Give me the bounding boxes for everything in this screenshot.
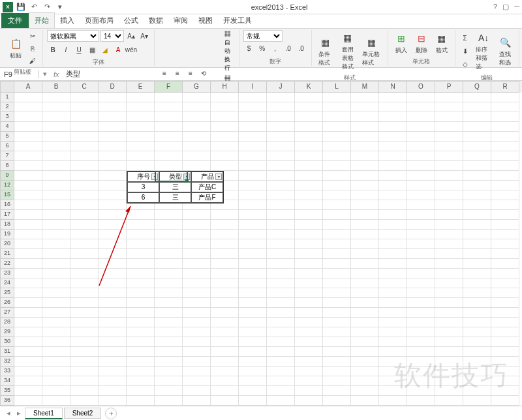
cell[interactable]: [407, 220, 435, 230]
cell[interactable]: [127, 230, 155, 239]
cell[interactable]: [379, 367, 407, 376]
cell[interactable]: [183, 327, 211, 337]
cell[interactable]: [211, 386, 239, 396]
cell[interactable]: [211, 357, 239, 367]
cell[interactable]: [491, 269, 519, 278]
cell[interactable]: [155, 161, 183, 171]
cell[interactable]: [351, 142, 379, 151]
cell[interactable]: [42, 122, 70, 132]
cell[interactable]: [14, 112, 42, 122]
cell[interactable]: [435, 347, 463, 357]
cell[interactable]: [99, 239, 127, 249]
row-header[interactable]: 19: [0, 230, 14, 239]
cell[interactable]: [323, 220, 351, 230]
cell[interactable]: [70, 347, 99, 357]
cell[interactable]: [463, 288, 491, 298]
cell[interactable]: [435, 112, 463, 122]
cell[interactable]: [379, 259, 407, 269]
cell[interactable]: [155, 386, 183, 396]
cell[interactable]: [70, 386, 99, 396]
cell[interactable]: [183, 347, 211, 357]
cell[interactable]: [42, 93, 70, 102]
fill-color-button[interactable]: ◢: [99, 44, 111, 55]
cell[interactable]: [463, 151, 491, 161]
cell[interactable]: [323, 288, 351, 298]
cell[interactable]: [351, 122, 379, 132]
row-header[interactable]: 17: [0, 210, 14, 220]
cell[interactable]: [42, 142, 70, 151]
tab-review[interactable]: 审阅: [168, 13, 193, 28]
cell[interactable]: [379, 347, 407, 357]
cell[interactable]: [295, 132, 323, 142]
cell[interactable]: [127, 93, 155, 102]
cell[interactable]: [127, 102, 155, 112]
cell[interactable]: [155, 249, 183, 259]
cell[interactable]: [70, 357, 99, 367]
col-header[interactable]: F: [155, 81, 183, 93]
cell[interactable]: [239, 132, 267, 142]
copy-icon[interactable]: ⎘: [27, 42, 38, 54]
cell[interactable]: [379, 200, 407, 210]
cell[interactable]: [463, 376, 491, 386]
cell[interactable]: [183, 396, 211, 406]
cell[interactable]: [99, 347, 127, 357]
cell[interactable]: [407, 102, 435, 112]
bold-button[interactable]: B: [47, 44, 59, 55]
cell[interactable]: [463, 93, 491, 102]
cell[interactable]: [351, 249, 379, 259]
sheet-tab-2[interactable]: Sheet2: [64, 408, 102, 419]
cell[interactable]: [14, 367, 42, 376]
cell[interactable]: [379, 171, 407, 181]
cell[interactable]: [323, 249, 351, 259]
col-header[interactable]: M: [351, 81, 379, 93]
row-header[interactable]: 34: [0, 376, 14, 386]
cell[interactable]: [42, 278, 70, 288]
cell[interactable]: [463, 161, 491, 171]
cell[interactable]: [491, 376, 519, 386]
cell[interactable]: [99, 112, 127, 122]
cell[interactable]: [323, 142, 351, 151]
cell[interactable]: [295, 259, 323, 269]
cell[interactable]: [127, 142, 155, 151]
cell[interactable]: [14, 288, 42, 298]
cell[interactable]: [351, 278, 379, 288]
cell[interactable]: [127, 308, 155, 318]
cell[interactable]: [491, 230, 519, 239]
cell[interactable]: [267, 376, 295, 386]
cell[interactable]: [127, 298, 155, 308]
cell[interactable]: [42, 347, 70, 357]
row-header[interactable]: 33: [0, 367, 14, 376]
cell[interactable]: [183, 230, 211, 239]
cell[interactable]: [267, 269, 295, 278]
cell[interactable]: [239, 327, 267, 337]
cell[interactable]: [42, 376, 70, 386]
cell[interactable]: [267, 161, 295, 171]
cell[interactable]: [267, 210, 295, 220]
cell[interactable]: [14, 249, 42, 259]
cell[interactable]: [239, 288, 267, 298]
cell[interactable]: [127, 122, 155, 132]
row-header[interactable]: 22: [0, 259, 14, 269]
name-box[interactable]: F9: [0, 70, 39, 78]
cell[interactable]: [239, 298, 267, 308]
cell[interactable]: [435, 259, 463, 269]
cell[interactable]: [99, 122, 127, 132]
format-painter-icon[interactable]: 🖌: [27, 55, 38, 67]
cell[interactable]: [14, 171, 42, 181]
cell[interactable]: [239, 102, 267, 112]
cell[interactable]: [323, 122, 351, 132]
cell[interactable]: [463, 190, 491, 200]
cell[interactable]: [435, 210, 463, 220]
cell[interactable]: [295, 249, 323, 259]
cell[interactable]: [239, 142, 267, 151]
cell[interactable]: [491, 288, 519, 298]
cell[interactable]: [435, 132, 463, 142]
cell[interactable]: [435, 181, 463, 190]
cell[interactable]: [323, 357, 351, 367]
cell[interactable]: [491, 181, 519, 190]
cell[interactable]: [183, 220, 211, 230]
cell[interactable]: [155, 210, 183, 220]
cell[interactable]: [435, 190, 463, 200]
cell[interactable]: [42, 132, 70, 142]
cell[interactable]: [99, 386, 127, 396]
